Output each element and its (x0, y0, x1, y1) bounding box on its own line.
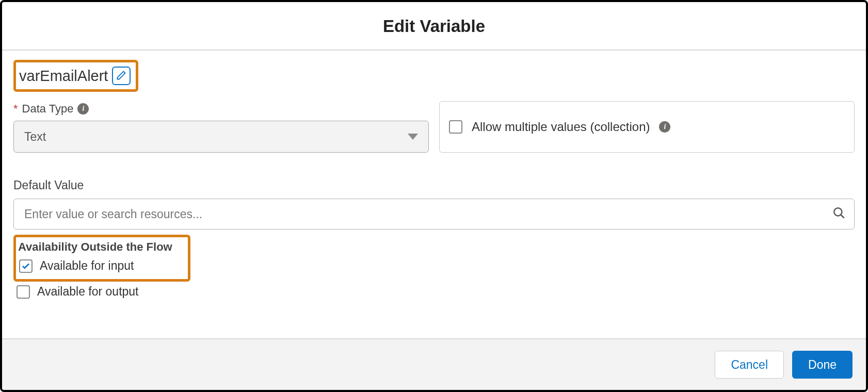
dialog-content: varEmailAlert * Data Type i Text (2, 51, 866, 338)
info-icon[interactable]: i (659, 121, 670, 133)
availability-title: Availability Outside the Flow (18, 240, 172, 254)
data-type-select[interactable]: Text (13, 121, 429, 153)
info-icon[interactable]: i (77, 103, 89, 115)
dialog-footer: Cancel Done (2, 338, 866, 390)
done-button[interactable]: Done (792, 351, 853, 379)
available-input-row: Available for input (19, 259, 172, 273)
allow-multiple-box: Allow multiple values (collection) i (439, 101, 855, 153)
available-output-label: Available for output (37, 285, 139, 299)
cancel-button[interactable]: Cancel (715, 351, 784, 379)
variable-name: varEmailAlert (19, 68, 108, 85)
default-value-input-wrap (13, 199, 855, 230)
data-type-label-row: * Data Type i (13, 102, 429, 116)
edit-name-button[interactable] (112, 67, 131, 85)
available-output-row: Available for output (17, 285, 855, 299)
svg-point-0 (834, 208, 842, 216)
required-asterisk: * (13, 102, 18, 116)
svg-line-1 (841, 215, 844, 218)
allow-multiple-label: Allow multiple values (collection) (472, 120, 650, 134)
dialog-header: Edit Variable (2, 2, 866, 51)
dialog-title: Edit Variable (2, 17, 866, 36)
allow-multiple-checkbox[interactable] (449, 120, 462, 134)
data-type-label: Data Type (22, 102, 74, 116)
available-input-checkbox[interactable] (19, 259, 33, 273)
default-value-input[interactable] (24, 207, 832, 221)
default-value-label: Default Value (13, 178, 855, 192)
available-input-label: Available for input (40, 259, 134, 273)
availability-group: Availability Outside the Flow Available … (13, 235, 190, 282)
available-output-checkbox[interactable] (17, 285, 30, 299)
search-icon (832, 206, 846, 222)
data-type-value: Text (24, 130, 46, 144)
chevron-down-icon (408, 134, 418, 140)
variable-name-block: varEmailAlert (13, 60, 138, 92)
pencil-icon (116, 70, 126, 82)
